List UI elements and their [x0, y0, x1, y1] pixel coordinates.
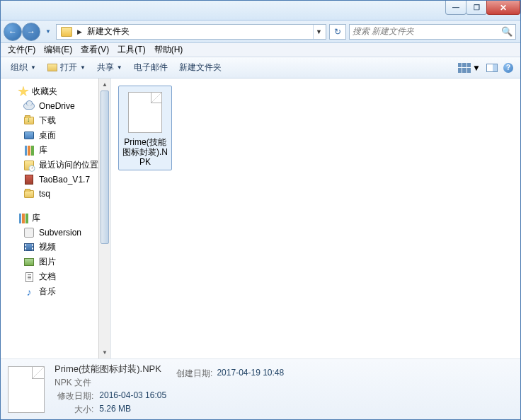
details-file-name: Prime(技能图标封装).NPK — [55, 363, 166, 375]
open-icon — [47, 64, 57, 71]
view-options[interactable]: ▼ — [455, 62, 483, 74]
toolbar-open[interactable]: 打开▼ — [42, 60, 91, 75]
folder-icon — [24, 190, 34, 198]
details-pane: Prime(技能图标封装).NPK NPK 文件 修改日期: 2016-04-0… — [1, 358, 520, 419]
toolbar-organize[interactable]: 组织▼ — [5, 60, 42, 75]
sidebar-item-subversion[interactable]: Subversion — [1, 226, 110, 240]
sidebar-libraries-group: 库 Subversion 视频 图片 文档 ♪音乐 — [1, 211, 110, 299]
sidebar-item-downloads[interactable]: 下载 — [1, 113, 110, 128]
sidebar-item-label: 桌面 — [39, 129, 56, 141]
minimize-button[interactable]: — — [445, 1, 466, 15]
sidebar-item-videos[interactable]: 视频 — [1, 240, 110, 255]
sidebar-favorites-label: 收藏夹 — [32, 86, 57, 98]
menu-view[interactable]: 查看(V) — [76, 42, 113, 57]
details-created-key: 创建日期: — [176, 368, 212, 380]
details-size-key: 大小: — [57, 404, 93, 416]
back-button[interactable]: ← — [4, 23, 22, 41]
toolbar-open-label: 打开 — [60, 62, 77, 74]
window-buttons: — ❐ ✕ — [446, 1, 520, 15]
toolbar-new-folder[interactable]: 新建文件夹 — [173, 60, 227, 75]
breadcrumb-sep-icon: ▶ — [77, 28, 82, 35]
toolbar-share-label: 共享 — [97, 62, 114, 74]
details-size-value: 5.26 MB — [99, 404, 166, 416]
maximize-button[interactable]: ❐ — [466, 1, 487, 15]
file-list[interactable]: Prime(技能图标封装).NPK — [111, 78, 520, 358]
sidebar-item-tsq[interactable]: tsq — [1, 187, 110, 201]
refresh-icon: ↻ — [334, 27, 341, 37]
sidebar-item-libraries[interactable]: 库 — [1, 143, 110, 158]
menu-tools[interactable]: 工具(T) — [113, 42, 149, 57]
sidebar-item-recent[interactable]: 最近访问的位置 — [1, 158, 110, 173]
cloud-icon — [23, 103, 35, 110]
details-created-value: 2017-04-19 10:48 — [217, 368, 284, 380]
sidebar-item-label: 文档 — [39, 271, 56, 283]
sidebar-libraries-label: 库 — [32, 212, 40, 224]
scroll-track[interactable] — [99, 91, 110, 346]
toolbar-email[interactable]: 电子邮件 — [128, 60, 173, 75]
sidebar-item-label: 最近访问的位置 — [39, 159, 98, 171]
menu-file[interactable]: 文件(F) — [4, 42, 40, 57]
sidebar-item-label: 库 — [39, 144, 47, 156]
scroll-thumb[interactable] — [101, 91, 109, 244]
svn-icon — [24, 228, 34, 238]
toolbar-share[interactable]: 共享▼ — [91, 60, 128, 75]
address-dropdown[interactable]: ▼ — [313, 25, 324, 39]
sidebar: 收藏夹 OneDrive 下载 桌面 库 最近访问的位置 TaoBao_V1.7… — [1, 78, 111, 358]
chevron-down-icon: ▼ — [472, 63, 481, 73]
chevron-down-icon: ▼ — [30, 64, 36, 71]
sidebar-favorites-group: 收藏夹 OneDrive 下载 桌面 库 最近访问的位置 TaoBao_V1.7… — [1, 84, 110, 201]
scroll-up-icon[interactable]: ▲ — [99, 78, 110, 91]
chevron-down-icon: ▼ — [117, 64, 122, 71]
sidebar-item-music[interactable]: ♪音乐 — [1, 284, 110, 299]
details-meta: 修改日期: 2016-04-03 16:05 大小: 5.26 MB — [57, 390, 166, 416]
sidebar-item-desktop[interactable]: 桌面 — [1, 128, 110, 143]
forward-arrow-icon: → — [27, 27, 35, 37]
sidebar-item-label: tsq — [39, 189, 50, 199]
rar-icon — [25, 175, 33, 185]
sidebar-item-onedrive[interactable]: OneDrive — [1, 99, 110, 113]
nav-history-dropdown[interactable]: ▼ — [43, 23, 53, 41]
file-item[interactable]: Prime(技能图标封装).NPK — [118, 86, 172, 170]
search-icon: 🔍 — [501, 26, 513, 37]
sidebar-item-documents[interactable]: 文档 — [1, 269, 110, 284]
forward-button[interactable]: → — [22, 23, 40, 41]
breadcrumb[interactable]: 新建文件夹 — [84, 24, 132, 39]
search-placeholder: 搜索 新建文件夹 — [353, 25, 501, 37]
explorer-window: — ❐ ✕ ← → ▼ ▶ 新建文件夹 ▼ ↻ 搜索 新建文件夹 🔍 文件(F)… — [0, 0, 521, 420]
library-icon — [24, 146, 34, 156]
details-thumbnail — [8, 366, 45, 413]
sidebar-scrollbar[interactable]: ▲ ▼ — [98, 78, 110, 358]
sidebar-item-label: OneDrive — [39, 101, 75, 111]
video-icon — [24, 243, 34, 251]
address-bar[interactable]: ▶ 新建文件夹 ▼ — [56, 24, 326, 40]
sidebar-item-taobao[interactable]: TaoBao_V1.7 — [1, 173, 110, 187]
music-icon: ♪ — [23, 286, 35, 298]
menu-bar: 文件(F) 编辑(E) 查看(V) 工具(T) 帮助(H) — [1, 43, 520, 57]
scroll-down-icon[interactable]: ▼ — [99, 346, 110, 358]
refresh-button[interactable]: ↻ — [329, 24, 346, 40]
details-modified-value: 2016-04-03 16:05 — [99, 390, 166, 402]
preview-pane-toggle[interactable] — [483, 62, 500, 74]
preview-pane-icon — [486, 64, 498, 72]
toolbar: 组织▼ 打开▼ 共享▼ 电子邮件 新建文件夹 ▼ ? — [1, 57, 520, 78]
sidebar-libraries-header[interactable]: 库 — [1, 211, 110, 226]
sidebar-item-label: Subversion — [39, 228, 81, 238]
sidebar-item-label: TaoBao_V1.7 — [39, 175, 90, 185]
menu-edit[interactable]: 编辑(E) — [40, 42, 76, 57]
close-button[interactable]: ✕ — [486, 1, 520, 15]
maximize-icon: ❐ — [474, 4, 480, 11]
file-name-label: Prime(技能图标封装).NPK — [120, 137, 170, 167]
sidebar-item-label: 音乐 — [39, 286, 56, 298]
library-icon — [18, 214, 28, 223]
minimize-icon: — — [452, 4, 459, 11]
sidebar-item-pictures[interactable]: 图片 — [1, 255, 110, 269]
search-input[interactable]: 搜索 新建文件夹 🔍 — [349, 24, 516, 40]
file-icon — [128, 92, 162, 133]
details-modified-key: 修改日期: — [57, 390, 93, 402]
tiles-icon — [458, 63, 471, 73]
sidebar-favorites-header[interactable]: 收藏夹 — [1, 84, 110, 99]
recent-icon — [24, 161, 34, 170]
help-button[interactable]: ? — [503, 63, 513, 73]
menu-help[interactable]: 帮助(H) — [150, 42, 188, 57]
document-icon — [25, 272, 33, 282]
